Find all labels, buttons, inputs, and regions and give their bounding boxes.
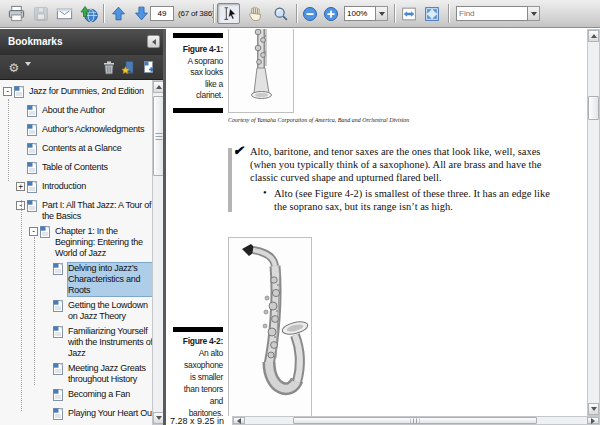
bookmark-star-icon	[122, 60, 137, 75]
body-text-line: (when you typically think of a saxophone…	[250, 158, 541, 171]
bookmark-label[interactable]: Chapter 1: In the Beginning: Entering th…	[55, 226, 157, 259]
bookmark-icon	[53, 326, 65, 341]
triangle-down-icon	[591, 407, 597, 411]
email-button[interactable]	[53, 3, 76, 24]
caption-line: baritones.	[166, 407, 223, 416]
delete-bookmark-button[interactable]	[100, 59, 118, 76]
tree-connector	[34, 237, 35, 385]
bookmark-label[interactable]: Part I: All That Jazz: A Tour of the Bas…	[42, 200, 154, 222]
bookmark-label[interactable]: Getting the Lowdown on Jazz Theory	[68, 300, 158, 322]
zoom-in-button[interactable]	[321, 3, 341, 24]
zoom-level-input[interactable]: 100%	[344, 6, 376, 21]
bookmark-label[interactable]: Playing Your Heart Out	[68, 408, 154, 419]
scrollbar-down-button[interactable]	[588, 403, 599, 415]
tip-paragraph: Alto, baritone, and tenor saxes are the …	[250, 145, 541, 184]
new-bookmark-button[interactable]	[140, 59, 158, 76]
bookmark-label[interactable]: Author’s Acknowledgments	[42, 124, 144, 135]
fit-page-button[interactable]	[421, 3, 442, 24]
bookmark-icon	[40, 226, 52, 241]
hand-tool-button[interactable]	[243, 3, 266, 24]
scrollbar-up-button[interactable]	[588, 30, 599, 42]
save-button[interactable]	[29, 3, 52, 24]
caption-line: sax looks	[166, 67, 223, 79]
bookmarks-panel-header: Bookmarks	[0, 29, 165, 55]
tree-connector	[8, 99, 9, 181]
next-page-button[interactable]	[131, 3, 152, 24]
chevron-down-icon	[531, 12, 537, 16]
scrollbar-left-button[interactable]	[233, 417, 245, 424]
figure-1-label: Figure 4-1:	[166, 44, 223, 56]
figure-top-rule	[173, 327, 223, 332]
document-pane[interactable]: Figure 4-1: A soprano sax looks like a c…	[166, 29, 587, 416]
expander-icon[interactable]: -	[29, 226, 40, 236]
scrollbar-thumb[interactable]	[293, 417, 537, 424]
bookmark-item[interactable]: Table of Contents	[0, 162, 165, 177]
bookmark-label[interactable]: Familiarizing Yourself with the Instrume…	[68, 326, 158, 359]
locate-bookmark-button[interactable]	[120, 59, 138, 76]
up-arrow-icon	[110, 5, 127, 22]
main-toolbar: (67 of 386)	[0, 0, 600, 28]
zoom-marquee-button[interactable]	[269, 3, 292, 24]
bookmark-item[interactable]: Playing Your Heart Out	[0, 408, 165, 423]
body-text-line: Alto (see Figure 4-2) is smallest of the…	[274, 187, 550, 200]
bookmark-item[interactable]: - Part I: All That Jazz: A Tour of the B…	[0, 200, 165, 222]
zoom-out-button[interactable]	[300, 3, 320, 24]
document-horizontal-scrollbar[interactable]	[232, 416, 600, 425]
minus-circle-icon	[302, 6, 318, 22]
select-tool-button[interactable]	[217, 3, 240, 24]
bookmark-label[interactable]: Table of Contents	[42, 162, 108, 173]
figure-bottom-rule	[173, 108, 223, 113]
bookmark-icon	[53, 300, 65, 315]
page-number-input[interactable]	[150, 6, 174, 21]
bookmark-item[interactable]: - Jazz for Dummies, 2nd Edition	[0, 86, 165, 101]
bookmark-item-selected[interactable]: Delving into Jazz’s Characteristics and …	[0, 263, 165, 296]
bookmark-item[interactable]: Author’s Acknowledgments	[0, 124, 165, 139]
toolbar-separator	[213, 4, 215, 23]
sub-bullet-paragraph: Alto (see Figure 4-2) is smallest of the…	[274, 187, 550, 213]
find-options-caret[interactable]	[528, 6, 540, 21]
expander-icon[interactable]: -	[3, 86, 14, 96]
caption-line: clarinet.	[166, 90, 223, 102]
document-vertical-scrollbar[interactable]	[587, 29, 600, 416]
fit-width-button[interactable]	[398, 3, 419, 24]
scrollbar-thumb[interactable]	[588, 96, 599, 120]
collapse-panel-button[interactable]	[147, 35, 160, 48]
caption-line: A soprano	[166, 56, 223, 68]
bookmark-item[interactable]: About the Author	[0, 105, 165, 120]
print-button[interactable]	[5, 3, 28, 24]
bookmark-icon	[27, 162, 39, 177]
bookmark-label[interactable]: Contents at a Glance	[42, 143, 122, 154]
scrollbar-right-button[interactable]	[587, 417, 599, 424]
bookmark-label[interactable]: Introduction	[42, 181, 86, 192]
bookmark-label[interactable]: Becoming a Fan	[68, 389, 130, 400]
toolbar-separator	[448, 4, 450, 23]
zoom-level-caret[interactable]	[376, 6, 388, 21]
bookmark-item[interactable]: Getting the Lowdown on Jazz Theory	[0, 300, 165, 322]
thumb-grip	[155, 132, 162, 140]
web-button[interactable]	[77, 3, 100, 24]
options-gear-button[interactable]: ⚙	[5, 59, 23, 76]
figure-1-caption: Figure 4-1: A soprano sax looks like a c…	[166, 44, 223, 102]
fit-width-icon	[400, 5, 418, 23]
bookmark-label[interactable]: About the Author	[42, 105, 105, 116]
bookmark-label[interactable]: Delving into Jazz’s Characteristics and …	[68, 263, 158, 296]
bookmarks-tree: - Jazz for Dummies, 2nd Edition About th…	[0, 80, 165, 425]
triangle-up-icon	[591, 34, 597, 38]
expander-icon[interactable]: +	[16, 181, 27, 191]
bookmark-icon	[27, 200, 39, 215]
find-input[interactable]	[456, 6, 528, 21]
caption-line: saxophone	[166, 359, 223, 371]
bookmark-item[interactable]: - Chapter 1: In the Beginning: Entering …	[0, 226, 165, 259]
hand-icon	[246, 5, 264, 23]
caption-line: like a	[166, 79, 223, 91]
bookmark-item[interactable]: Becoming a Fan	[0, 389, 165, 404]
bookmark-label[interactable]: Meeting Jazz Greats throughout History	[68, 363, 158, 385]
bookmark-item[interactable]: + Introduction	[0, 181, 165, 196]
bookmark-item[interactable]: Meeting Jazz Greats throughout History	[0, 363, 165, 385]
globe-icon	[79, 4, 99, 24]
bookmark-item[interactable]: Contents at a Glance	[0, 143, 165, 158]
previous-page-button[interactable]	[108, 3, 129, 24]
bookmark-label[interactable]: Jazz for Dummies, 2nd Edition	[29, 86, 144, 97]
bookmark-item[interactable]: Familiarizing Yourself with the Instrume…	[0, 326, 165, 359]
down-arrow-icon	[133, 5, 150, 22]
